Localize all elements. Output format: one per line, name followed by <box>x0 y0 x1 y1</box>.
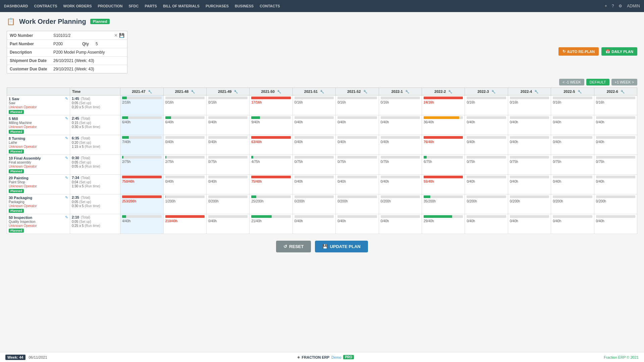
op-week-cell[interactable]: 0/75h <box>508 155 551 175</box>
nav-work-orders[interactable]: WORK ORDERS <box>63 1 92 11</box>
op-week-cell[interactable]: 0/200h <box>594 194 637 214</box>
op-edit-icon[interactable]: ✎ <box>65 215 68 220</box>
op-week-cell[interactable]: 0/200h <box>207 194 250 214</box>
op-week-cell[interactable]: 4/40h <box>120 214 163 234</box>
op-week-cell[interactable]: 0/40h <box>379 135 422 155</box>
prev-week-button[interactable]: < -1 WEEK <box>559 79 584 85</box>
nav-production[interactable]: PRODUCTION <box>98 1 123 11</box>
col-week-2022-3[interactable]: 2022-3 🔧 <box>465 88 508 96</box>
op-edit-icon[interactable]: ✎ <box>65 116 68 121</box>
wo-clear-icon[interactable]: ✕ <box>114 33 118 38</box>
col-week-2021-48[interactable]: 2021-48 🔧 <box>163 88 206 96</box>
op-week-cell[interactable]: 0/75h <box>551 155 594 175</box>
nav-parts[interactable]: PARTS <box>145 1 157 11</box>
op-week-cell[interactable]: 17/16h <box>250 96 292 115</box>
op-week-cell[interactable]: 0/40h <box>594 175 637 194</box>
nav-bill-of-materials[interactable]: BILL OF MATERIALS <box>163 1 200 11</box>
op-week-cell[interactable]: 6/75h <box>422 155 465 175</box>
op-week-cell[interactable]: 0/40h <box>292 175 335 194</box>
auto-replan-button[interactable]: ↻ AUTO RE-PLAN <box>558 47 599 56</box>
daily-plan-button[interactable]: 📅 DAILY PLAN <box>601 47 637 56</box>
update-plan-button[interactable]: 💾 UPDATE PLAN <box>315 241 368 252</box>
nav-contracts[interactable]: CONTRACTS <box>34 1 57 11</box>
op-week-cell[interactable]: 24/16h <box>422 96 465 115</box>
op-week-cell[interactable]: 21/40h <box>250 214 292 234</box>
op-week-cell[interactable]: 0/40h <box>508 135 551 155</box>
op-week-cell[interactable]: 0/40h <box>207 135 250 155</box>
nav-add-button[interactable]: + <box>605 4 607 8</box>
op-week-cell[interactable]: 36/40h <box>422 115 465 135</box>
op-week-cell[interactable]: 0/40h <box>465 115 508 135</box>
op-week-cell[interactable]: 0/40h <box>336 135 379 155</box>
op-week-cell[interactable]: 0/16h <box>207 96 250 115</box>
op-edit-icon[interactable]: ✎ <box>65 195 68 200</box>
op-edit-icon[interactable]: ✎ <box>65 176 68 180</box>
op-edit-icon[interactable]: ✎ <box>65 97 68 101</box>
op-week-cell[interactable]: 7/40h <box>120 135 163 155</box>
op-week-cell[interactable]: 0/75h <box>379 155 422 175</box>
nav-settings-button[interactable]: ⚙ <box>619 4 622 8</box>
col-week-2022-6[interactable]: 2022-6 🔧 <box>594 88 637 96</box>
op-week-cell[interactable]: 0/75h <box>465 155 508 175</box>
op-week-cell[interactable]: 2/16h <box>120 96 163 115</box>
op-week-cell[interactable]: 0/40h <box>465 135 508 155</box>
op-week-cell[interactable]: 0/16h <box>379 96 422 115</box>
wo-save-icon[interactable]: 💾 <box>119 33 124 38</box>
col-week-2022-4[interactable]: 2022-4 🔧 <box>508 88 551 96</box>
op-week-cell[interactable]: 0/16h <box>508 96 551 115</box>
op-week-cell[interactable]: 0/40h <box>336 214 379 234</box>
op-week-cell[interactable]: 0/16h <box>292 96 335 115</box>
op-week-cell[interactable]: 0/40h <box>336 115 379 135</box>
op-week-cell[interactable]: 2/75h <box>120 155 163 175</box>
op-week-cell[interactable]: 55/40h <box>422 175 465 194</box>
op-week-cell[interactable]: 0/40h <box>551 214 594 234</box>
next-week-button[interactable]: +1 WEEK > <box>611 79 637 85</box>
op-week-cell[interactable]: 25/200h <box>250 194 292 214</box>
op-week-cell[interactable]: 0/40h <box>292 115 335 135</box>
op-week-cell[interactable]: 750/40h <box>120 175 163 194</box>
op-week-cell[interactable]: 0/16h <box>594 96 637 115</box>
op-week-cell[interactable]: 0/200h <box>379 194 422 214</box>
op-week-cell[interactable]: 210/40h <box>163 214 206 234</box>
op-week-cell[interactable]: 0/40h <box>508 175 551 194</box>
op-week-cell[interactable]: 1/200h <box>163 194 206 214</box>
op-week-cell[interactable]: 0/40h <box>292 135 335 155</box>
op-week-cell[interactable]: 0/40h <box>594 135 637 155</box>
nav-business[interactable]: BUSINESS <box>235 1 254 11</box>
op-week-cell[interactable]: 0/75h <box>207 155 250 175</box>
col-week-2022-2[interactable]: 2022-2 🔧 <box>422 88 465 96</box>
op-week-cell[interactable]: 0/40h <box>163 135 206 155</box>
op-week-cell[interactable]: 6/40h <box>120 115 163 135</box>
op-week-cell[interactable]: 0/40h <box>551 175 594 194</box>
op-week-cell[interactable]: 0/40h <box>508 115 551 135</box>
op-week-cell[interactable]: 0/40h <box>292 214 335 234</box>
op-week-cell[interactable]: 0/75h <box>336 155 379 175</box>
op-week-cell[interactable]: 29/40h <box>422 214 465 234</box>
nav-contacts[interactable]: CONTACTS <box>260 1 280 11</box>
op-week-cell[interactable]: 76/40h <box>422 135 465 155</box>
op-week-cell[interactable]: 0/40h <box>465 175 508 194</box>
op-week-cell[interactable]: 253/200h <box>120 194 163 214</box>
op-week-cell[interactable]: 0/16h <box>163 96 206 115</box>
op-week-cell[interactable]: 4/75h <box>250 155 292 175</box>
col-week-2022-5[interactable]: 2022-5 🔧 <box>551 88 594 96</box>
op-week-cell[interactable]: 0/40h <box>336 175 379 194</box>
default-week-button[interactable]: DEFAULT <box>586 79 609 85</box>
col-week-2021-51[interactable]: 2021-51 🔧 <box>292 88 335 96</box>
col-week-2022-1[interactable]: 2022-1 🔧 <box>379 88 422 96</box>
op-week-cell[interactable]: 0/200h <box>551 194 594 214</box>
nav-sfdc[interactable]: SFDC <box>128 1 139 11</box>
op-week-cell[interactable]: 0/40h <box>594 214 637 234</box>
op-week-cell[interactable]: 0/40h <box>551 135 594 155</box>
op-week-cell[interactable]: 0/40h <box>594 115 637 135</box>
nav-purchases[interactable]: PURCHASES <box>206 1 229 11</box>
op-week-cell[interactable]: 0/75h <box>594 155 637 175</box>
op-week-cell[interactable]: 0/40h <box>508 214 551 234</box>
op-week-cell[interactable]: 0/200h <box>292 194 335 214</box>
col-week-2021-49[interactable]: 2021-49 🔧 <box>207 88 250 96</box>
op-week-cell[interactable]: 0/40h <box>379 175 422 194</box>
col-week-2021-50[interactable]: 2021-50 🔧 <box>250 88 292 96</box>
op-week-cell[interactable]: 63/40h <box>250 135 292 155</box>
op-week-cell[interactable]: 0/40h <box>465 214 508 234</box>
op-week-cell[interactable]: 0/40h <box>379 115 422 135</box>
